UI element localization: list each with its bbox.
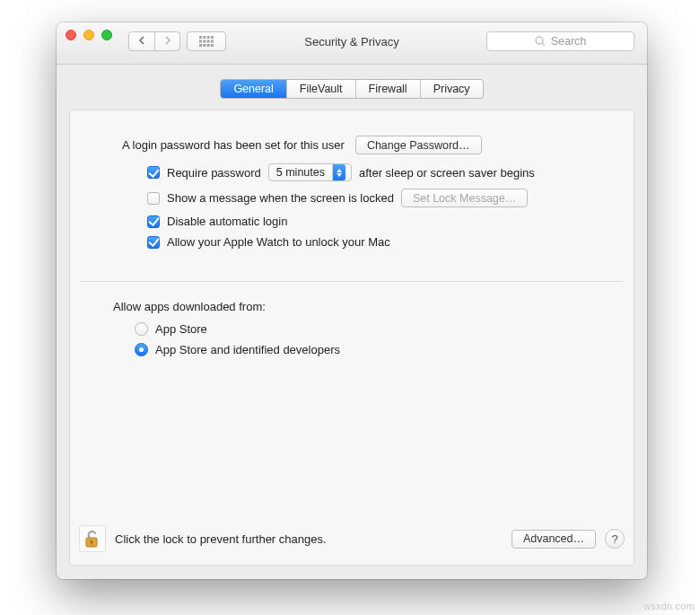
chevron-right-icon: [164, 36, 171, 45]
show-message-checkbox[interactable]: [147, 192, 160, 205]
close-icon[interactable]: [66, 30, 76, 40]
download-radio-group: App Store App Store and identified devel…: [135, 322, 612, 356]
show-message-row: Show a message when the screen is locked…: [147, 189, 612, 207]
svg-point-12: [536, 37, 543, 44]
search-placeholder: Search: [551, 35, 587, 48]
radio-label: App Store and identified developers: [155, 343, 340, 356]
content-pane: A login password has been set for this u…: [69, 110, 634, 566]
require-password-row: Require password 5 minutes after sleep o…: [147, 163, 612, 181]
lock-area: Click the lock to prevent further change…: [79, 525, 327, 552]
radio-identified-developers[interactable]: [135, 343, 148, 356]
help-button[interactable]: ?: [605, 529, 625, 549]
download-section: Allow apps downloaded from: App Store Ap…: [70, 282, 634, 356]
tab-label: Privacy: [433, 83, 470, 95]
show-message-label: Show a message when the screen is locked: [167, 191, 394, 205]
change-password-button[interactable]: Change Password…: [355, 136, 482, 154]
disable-auto-login-label: Disable automatic login: [167, 215, 287, 228]
download-option-app-store: App Store: [135, 322, 612, 336]
set-lock-message-button: Set Lock Message…: [401, 189, 528, 207]
svg-rect-3: [211, 36, 214, 39]
unlocked-lock-icon: [83, 529, 101, 549]
svg-rect-16: [91, 542, 92, 545]
tab-general[interactable]: General: [221, 80, 285, 98]
footer-right: Advanced… ?: [512, 529, 625, 549]
svg-rect-5: [203, 40, 206, 43]
disable-auto-login-checkbox[interactable]: [147, 215, 160, 228]
minimize-icon[interactable]: [83, 30, 94, 40]
search-icon: [535, 36, 546, 47]
svg-rect-4: [199, 40, 202, 43]
checkbox-list: Require password 5 minutes after sleep o…: [147, 163, 612, 249]
tab-label: Firewall: [369, 83, 407, 95]
apple-watch-label: Allow your Apple Watch to unlock your Ma…: [167, 235, 390, 249]
svg-rect-8: [199, 44, 202, 47]
require-password-suffix: after sleep or screen saver begins: [359, 166, 535, 180]
svg-rect-9: [203, 44, 206, 47]
svg-rect-11: [211, 44, 214, 47]
preferences-window: Security & Privacy Search General FileVa…: [57, 22, 647, 579]
lock-text: Click the lock to prevent further change…: [115, 532, 327, 546]
forward-button[interactable]: [154, 32, 179, 50]
chevron-left-icon: [138, 36, 145, 45]
login-section: A login password has been set for this u…: [70, 110, 634, 249]
footer: Click the lock to prevent further change…: [79, 521, 625, 557]
apple-watch-checkbox[interactable]: [147, 236, 160, 249]
advanced-button[interactable]: Advanced…: [512, 530, 596, 549]
search-input[interactable]: Search: [486, 31, 634, 51]
window-controls: [66, 30, 112, 40]
require-password-delay-select[interactable]: 5 minutes: [268, 163, 352, 181]
tab-label: FileVault: [300, 83, 343, 95]
disable-auto-login-row: Disable automatic login: [147, 215, 612, 228]
titlebar: Security & Privacy Search: [57, 22, 647, 65]
radio-label: App Store: [155, 322, 207, 336]
tab-firewall[interactable]: Firewall: [355, 80, 420, 98]
login-password-row: A login password has been set for this u…: [122, 136, 612, 154]
svg-rect-2: [207, 36, 210, 39]
require-password-checkbox[interactable]: [147, 166, 160, 179]
nav-segment: [128, 31, 180, 51]
svg-rect-6: [207, 40, 210, 43]
zoom-icon[interactable]: [101, 30, 112, 40]
grid-icon: [199, 36, 214, 47]
svg-rect-10: [207, 44, 210, 47]
svg-line-13: [542, 43, 545, 46]
tab-strip: General FileVault Firewall Privacy: [220, 79, 483, 99]
radio-app-store[interactable]: [135, 322, 148, 336]
apple-watch-row: Allow your Apple Watch to unlock your Ma…: [147, 235, 612, 249]
lock-button[interactable]: [79, 525, 106, 552]
tab-bar: General FileVault Firewall Privacy: [57, 65, 647, 99]
tab-label: General: [233, 83, 273, 95]
tab-privacy[interactable]: Privacy: [420, 80, 483, 98]
select-value: 5 minutes: [276, 166, 325, 179]
require-password-label: Require password: [167, 166, 261, 180]
download-heading: Allow apps downloaded from:: [113, 300, 612, 313]
updown-icon: [332, 164, 346, 180]
download-option-identified: App Store and identified developers: [135, 343, 612, 356]
svg-rect-1: [203, 36, 206, 39]
back-button[interactable]: [129, 32, 154, 50]
tab-filevault[interactable]: FileVault: [286, 80, 355, 98]
svg-rect-7: [211, 40, 214, 43]
show-all-button[interactable]: [187, 31, 226, 51]
svg-rect-0: [199, 36, 202, 39]
login-password-text: A login password has been set for this u…: [122, 138, 345, 152]
watermark: wsxdn.com: [643, 601, 695, 611]
